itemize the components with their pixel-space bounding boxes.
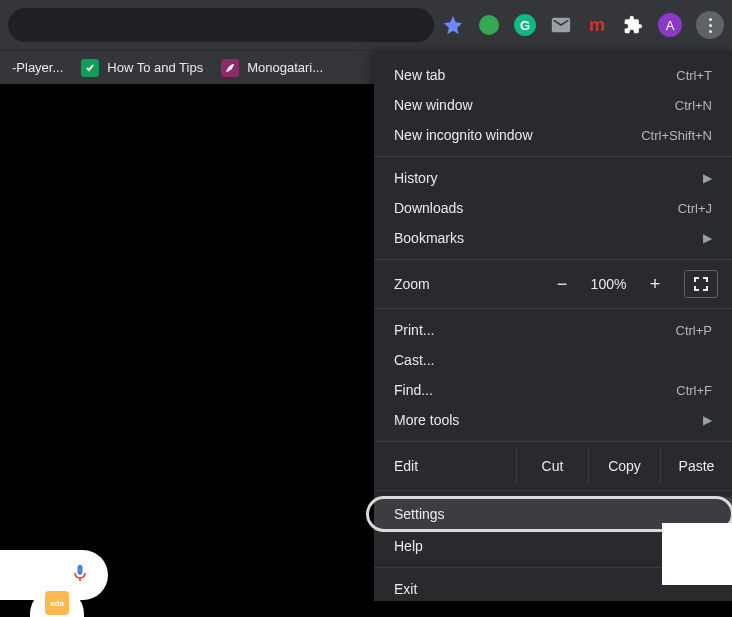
zoom-in-button[interactable]: + <box>636 274 674 295</box>
bookmark-favicon <box>81 59 99 77</box>
menu-history[interactable]: History ▶ <box>374 163 732 193</box>
menu-separator <box>374 259 732 260</box>
menu-cast[interactable]: Cast... <box>374 345 732 375</box>
bookmark-star-icon[interactable] <box>442 14 464 36</box>
browser-toolbar: G m A <box>0 0 732 50</box>
chevron-right-icon: ▶ <box>703 231 712 245</box>
bookmark-label: How To and Tips <box>107 60 203 75</box>
menu-new-tab[interactable]: New tab Ctrl+T <box>374 60 732 90</box>
menu-new-window[interactable]: New window Ctrl+N <box>374 90 732 120</box>
edit-paste-button[interactable]: Paste <box>660 448 732 484</box>
chevron-right-icon: ▶ <box>703 171 712 185</box>
menu-separator <box>374 441 732 442</box>
address-bar[interactable] <box>8 8 434 42</box>
chevron-right-icon: ▶ <box>703 413 712 427</box>
main-menu-button[interactable] <box>696 11 724 39</box>
fullscreen-button[interactable] <box>684 270 718 298</box>
mail-icon[interactable] <box>550 14 572 36</box>
menu-separator <box>374 308 732 309</box>
bookmark-label: Monogatari... <box>247 60 323 75</box>
profile-avatar[interactable]: A <box>658 13 682 37</box>
kebab-icon <box>709 18 712 33</box>
bookmark-label: -Player... <box>12 60 63 75</box>
fullscreen-icon <box>694 277 708 291</box>
menu-more-tools[interactable]: More tools ▶ <box>374 405 732 435</box>
menu-print[interactable]: Print... Ctrl+P <box>374 315 732 345</box>
menu-new-incognito[interactable]: New incognito window Ctrl+Shift+N <box>374 120 732 150</box>
toolbar-icons: G m A <box>442 11 724 39</box>
bookmark-item[interactable]: How To and Tips <box>81 59 203 77</box>
extension-green-dot-icon[interactable] <box>478 14 500 36</box>
menu-find[interactable]: Find... Ctrl+F <box>374 375 732 405</box>
edit-cut-button[interactable]: Cut <box>516 448 588 484</box>
microphone-icon[interactable] <box>70 563 90 587</box>
edit-copy-button[interactable]: Copy <box>588 448 660 484</box>
bookmark-item[interactable]: Monogatari... <box>221 59 323 77</box>
m-extension-icon[interactable]: m <box>586 14 608 36</box>
extensions-puzzle-icon[interactable] <box>622 14 644 36</box>
menu-separator <box>374 490 732 491</box>
bookmark-favicon <box>221 59 239 77</box>
main-menu-dropdown: New tab Ctrl+T New window Ctrl+N New inc… <box>374 50 732 601</box>
xda-icon: xda <box>45 591 69 615</box>
menu-downloads[interactable]: Downloads Ctrl+J <box>374 193 732 223</box>
zoom-out-button[interactable]: − <box>543 274 581 295</box>
bookmark-item[interactable]: -Player... <box>12 60 63 75</box>
overlay-box <box>662 523 732 585</box>
menu-separator <box>374 156 732 157</box>
grammarly-extension-icon[interactable]: G <box>514 14 536 36</box>
zoom-value: 100% <box>581 276 636 292</box>
menu-zoom: Zoom − 100% + <box>374 266 732 302</box>
edit-label: Edit <box>374 458 516 474</box>
menu-edit-row: Edit Cut Copy Paste <box>374 448 732 484</box>
menu-bookmarks[interactable]: Bookmarks ▶ <box>374 223 732 253</box>
